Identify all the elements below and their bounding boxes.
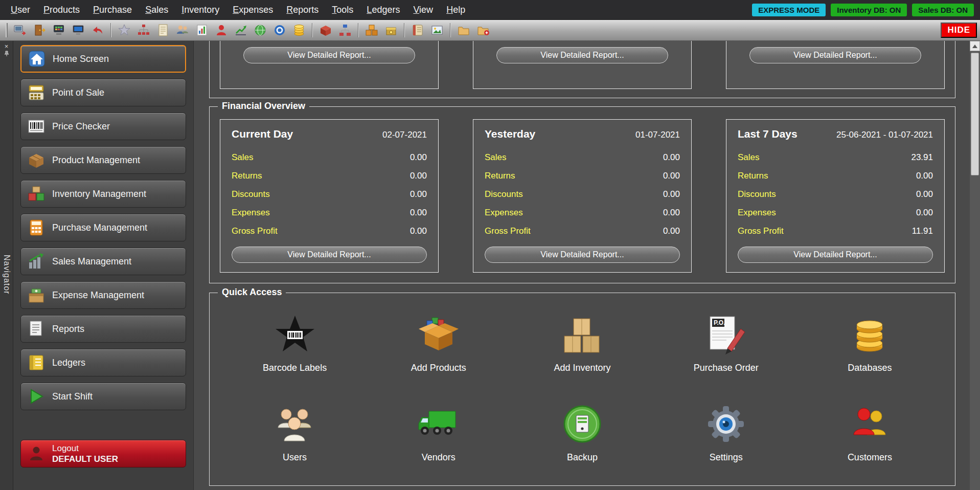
menu-expenses[interactable]: Expenses <box>226 0 280 19</box>
quick-access-add-inventory[interactable]: Add Inventory <box>510 313 654 373</box>
purchase-order-icon: P.O. <box>702 313 749 358</box>
logout-button[interactable]: Logout DEFAULT USER <box>20 440 186 467</box>
toolbar-separator <box>450 23 451 37</box>
growth-chart-icon[interactable] <box>231 21 250 39</box>
express-mode-button[interactable]: EXPRESS MODE <box>752 4 826 16</box>
inventory-boxes-icon <box>27 185 45 203</box>
view-detailed-report-button[interactable]: View Detailed Report... <box>749 47 921 63</box>
scroll-up-button[interactable] <box>970 41 980 51</box>
ledger-icon[interactable] <box>408 21 427 39</box>
sidebar-item-sales-management[interactable]: Sales Management <box>20 248 186 275</box>
hide-button[interactable]: HIDE <box>941 23 977 38</box>
open-box-icon <box>415 313 462 358</box>
group-title: Financial Overview <box>218 101 309 112</box>
view-detailed-report-button[interactable]: View Detailed Report... <box>243 47 415 63</box>
last-7-days-panel: Last 7 Days 25-06-2021 - 01-07-2021 Sale… <box>726 119 945 273</box>
financial-row: Returns0.00 <box>232 167 427 185</box>
sidebar-item-reports[interactable]: Reports <box>20 315 186 343</box>
pos-terminal-icon[interactable] <box>49 21 69 39</box>
sidebar-item-price-checker[interactable]: Price Checker <box>20 113 186 140</box>
view-detailed-report-button[interactable]: View Detailed Report... <box>496 47 668 63</box>
vertical-scrollbar[interactable] <box>970 41 980 490</box>
quick-access-users[interactable]: Users <box>223 402 367 463</box>
financial-row: Returns0.00 <box>485 167 680 185</box>
org-chart-icon[interactable] <box>134 21 153 39</box>
panel-close-icon[interactable]: × <box>3 42 11 51</box>
sidebar-item-purchase-management[interactable]: Purchase Management <box>20 214 186 241</box>
quick-access-label: Vendors <box>422 452 455 463</box>
view-detailed-report-button[interactable]: View Detailed Report... <box>738 247 933 263</box>
invoice-icon[interactable] <box>153 21 173 39</box>
toolbar-grip[interactable] <box>6 23 8 37</box>
folder-icon[interactable] <box>454 21 473 39</box>
app-window: User Products Purchase Sales Inventory E… <box>0 0 980 490</box>
quick-access-vendors[interactable]: Vendors <box>367 402 510 463</box>
product-box-icon[interactable] <box>316 21 335 39</box>
sales-db-status-button[interactable]: Sales DB: ON <box>912 4 974 16</box>
menu-reports[interactable]: Reports <box>280 0 325 19</box>
scrollbar-thumb[interactable] <box>971 53 979 175</box>
target-icon[interactable] <box>270 21 289 39</box>
menu-help[interactable]: Help <box>440 0 472 19</box>
star-icon[interactable] <box>115 21 134 39</box>
monitor-exit-icon[interactable] <box>10 21 30 39</box>
status-buttons: EXPRESS MODE Inventory DB: ON Sales DB: … <box>752 4 974 16</box>
toolbar-separator <box>358 23 359 37</box>
menu-view[interactable]: View <box>406 0 440 19</box>
sidebar-item-product-management[interactable]: Product Management <box>20 146 186 174</box>
quick-access-barcode-labels[interactable]: Barcode Labels <box>223 313 367 373</box>
inventory-db-status-button[interactable]: Inventory DB: ON <box>831 4 907 16</box>
view-detailed-report-button[interactable]: View Detailed Report... <box>232 247 427 263</box>
up-arrow-icon <box>972 44 977 48</box>
menu-tools[interactable]: Tools <box>325 0 360 19</box>
quick-access-purchase-order[interactable]: P.O. Purchase Order <box>654 313 798 373</box>
hierarchy-icon[interactable] <box>335 21 355 39</box>
sidebar-item-label: Purchase Management <box>52 222 147 233</box>
product-box-icon <box>27 151 45 169</box>
financial-row: Discounts0.00 <box>738 185 933 204</box>
quick-access-add-products[interactable]: Add Products <box>367 313 510 373</box>
menu-products[interactable]: Products <box>37 0 86 19</box>
quick-access-databases[interactable]: Databases <box>798 313 942 373</box>
menu-purchase[interactable]: Purchase <box>86 0 139 19</box>
menu-inventory[interactable]: Inventory <box>175 0 226 19</box>
sidebar-item-ledgers[interactable]: Ledgers <box>20 349 186 376</box>
customer-icon[interactable] <box>212 21 231 39</box>
globe-icon[interactable] <box>250 21 270 39</box>
quick-access-label: Purchase Order <box>694 363 759 373</box>
sales-return-icon[interactable] <box>88 21 107 39</box>
menu-user[interactable]: User <box>4 0 37 19</box>
view-detailed-report-button[interactable]: View Detailed Report... <box>485 247 680 263</box>
menu-sales[interactable]: Sales <box>139 0 175 19</box>
stock-box-icon[interactable] <box>381 21 401 39</box>
quick-access-group: Quick Access Barcode Labels Add Products… <box>209 293 955 486</box>
quick-access-label: Add Products <box>411 363 466 373</box>
inventory-boxes-icon[interactable] <box>362 21 381 39</box>
overview-panel: View Detailed Report... <box>473 41 692 89</box>
financial-row: Expenses0.00 <box>485 204 680 222</box>
coins-icon[interactable] <box>289 21 309 39</box>
chart-report-icon[interactable] <box>192 21 212 39</box>
panel-title: Last 7 Days <box>738 128 797 140</box>
pin-icon[interactable] <box>3 51 11 59</box>
user-group-icon[interactable] <box>173 21 192 39</box>
sidebar-item-point-of-sale[interactable]: Point of Sale <box>20 79 186 106</box>
exit-door-icon[interactable] <box>30 21 49 39</box>
quick-access-settings[interactable]: Settings <box>654 402 798 463</box>
sidebar-item-label: Point of Sale <box>52 87 104 98</box>
sidebar-item-inventory-management[interactable]: Inventory Management <box>20 180 186 208</box>
sales-chart-icon <box>27 252 45 271</box>
quick-access-customers[interactable]: Customers <box>798 402 942 463</box>
menu-ledgers[interactable]: Ledgers <box>360 0 406 19</box>
sidebar-item-label: Price Checker <box>52 121 110 132</box>
sidebar-item-start-shift[interactable]: Start Shift <box>20 383 186 410</box>
quick-access-label: Backup <box>567 452 598 463</box>
sidebar-item-expense-management[interactable]: Expense Management <box>20 281 186 309</box>
price-display-icon[interactable] <box>69 21 88 39</box>
toolbar: HIDE <box>0 19 980 41</box>
quick-access-backup[interactable]: Backup <box>510 402 654 463</box>
folder-add-icon[interactable] <box>473 21 493 39</box>
image-icon[interactable] <box>427 21 447 39</box>
sidebar-item-home-screen[interactable]: Home Screen <box>20 45 186 73</box>
overview-panel: View Detailed Report... <box>220 41 439 89</box>
